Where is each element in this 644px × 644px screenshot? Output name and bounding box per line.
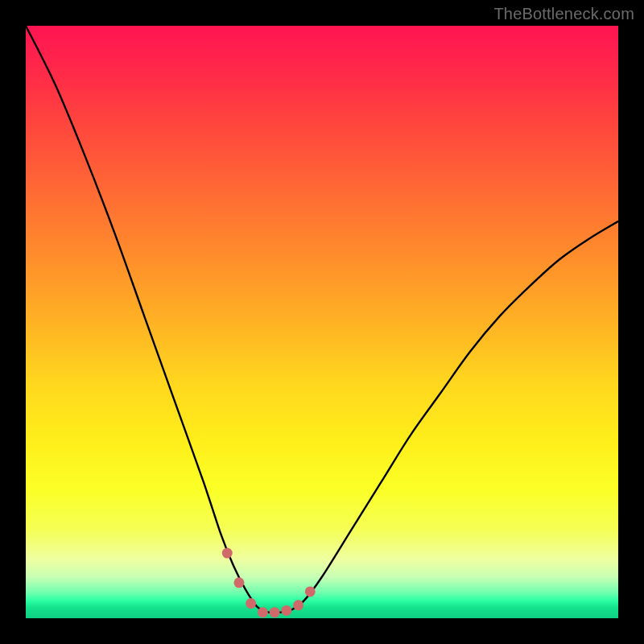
minimum-marker <box>233 577 244 588</box>
minimum-marker <box>258 607 268 617</box>
minimum-marker <box>222 548 233 559</box>
chart-plot-area <box>26 26 618 618</box>
chart-svg <box>26 26 618 618</box>
minimum-marker <box>293 600 303 610</box>
curve-minimum-markers <box>222 548 316 618</box>
chart-frame: TheBottleneck.com <box>0 0 644 644</box>
minimum-marker <box>270 607 280 617</box>
minimum-marker <box>246 598 256 609</box>
minimum-marker <box>305 586 316 597</box>
minimum-marker <box>281 605 291 616</box>
watermark-text: TheBottleneck.com <box>493 5 634 23</box>
bottleneck-curve <box>26 26 618 613</box>
